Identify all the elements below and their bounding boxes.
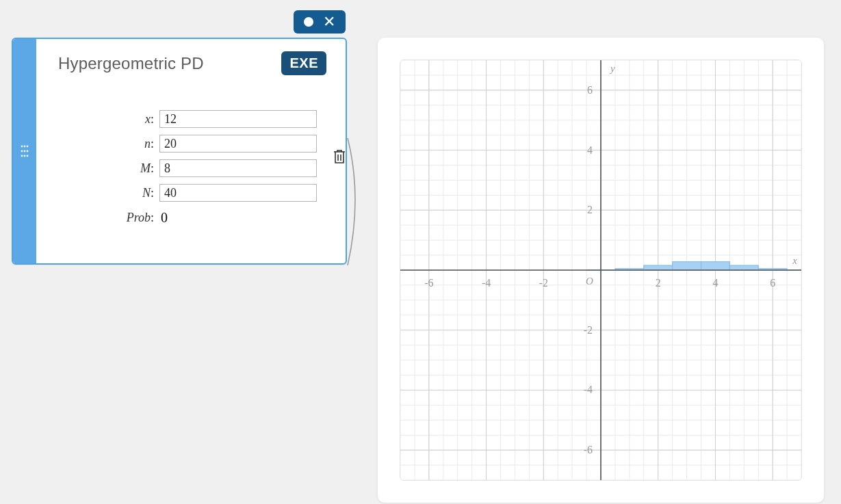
input-N[interactable] <box>159 184 317 202</box>
output-prob: 0 <box>159 210 168 226</box>
panel-title: Hypergeometric PD <box>58 54 204 73</box>
label-n: n: <box>58 137 154 151</box>
field-n: n: <box>58 131 326 156</box>
svg-point-2 <box>27 146 29 148</box>
svg-text:2: 2 <box>656 277 661 289</box>
chart-plot[interactable]: -6-4-2246-6-4-2246 y x O <box>400 59 802 481</box>
svg-rect-84 <box>673 262 701 270</box>
grip-icon <box>21 145 29 157</box>
svg-text:-6: -6 <box>584 444 593 455</box>
svg-rect-86 <box>729 265 758 270</box>
bars <box>586 262 801 270</box>
label-N: N: <box>58 186 154 200</box>
origin-label: O <box>586 276 593 287</box>
svg-text:-2: -2 <box>539 277 548 289</box>
svg-point-8 <box>27 155 29 157</box>
field-x: x: <box>58 107 326 131</box>
svg-text:-6: -6 <box>424 277 433 289</box>
svg-point-4 <box>24 150 26 152</box>
label-M: M: <box>58 161 154 176</box>
chart-card: -6-4-2246-6-4-2246 y x O <box>378 38 824 503</box>
connector-line <box>346 137 379 274</box>
label-prob: Prob: <box>58 211 154 225</box>
svg-text:2: 2 <box>587 204 593 215</box>
drag-handle[interactable] <box>13 39 36 263</box>
close-icon[interactable]: ✕ <box>323 14 335 29</box>
record-icon <box>304 17 313 27</box>
svg-point-1 <box>24 146 26 148</box>
svg-text:-4: -4 <box>482 277 491 289</box>
svg-point-3 <box>21 150 23 152</box>
x-axis-label: x <box>792 255 797 267</box>
svg-rect-83 <box>644 265 673 270</box>
svg-text:-4: -4 <box>584 384 593 395</box>
trash-icon <box>332 148 347 165</box>
svg-point-5 <box>27 150 29 152</box>
svg-point-7 <box>24 155 26 157</box>
label-x: x: <box>58 112 154 127</box>
svg-text:6: 6 <box>770 277 775 289</box>
svg-text:6: 6 <box>587 84 593 96</box>
svg-rect-85 <box>701 262 730 270</box>
svg-point-0 <box>21 146 23 148</box>
execute-button[interactable]: EXE <box>281 51 326 75</box>
y-axis-label: y <box>610 63 615 75</box>
svg-text:-2: -2 <box>584 324 593 336</box>
input-M[interactable] <box>159 159 317 177</box>
input-x[interactable] <box>159 110 317 128</box>
field-N: N: <box>58 181 326 205</box>
field-M: M: <box>58 156 326 181</box>
delete-button[interactable] <box>332 148 347 168</box>
svg-text:4: 4 <box>712 277 718 289</box>
parameter-panel: Hypergeometric PD EXE x: n: M: N: Prob: <box>12 38 347 265</box>
input-n[interactable] <box>159 135 317 152</box>
svg-text:4: 4 <box>587 144 593 156</box>
field-prob: Prob: 0 <box>58 205 326 230</box>
panel-tab: ✕ <box>294 10 346 34</box>
svg-point-6 <box>21 155 23 157</box>
